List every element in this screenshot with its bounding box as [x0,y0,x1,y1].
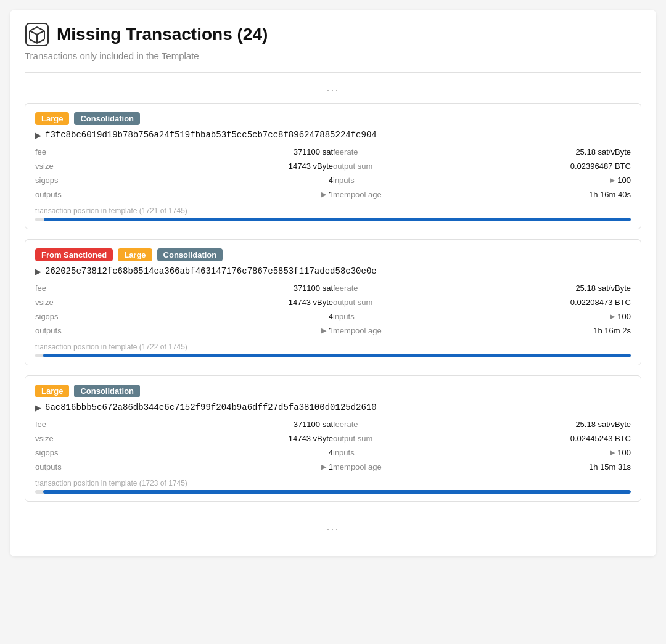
tx-field-label-left-1-2: vsize [35,298,84,307]
badge-consolidation-2: Consolidation [157,248,223,261]
page-title: Missing Transactions (24) [57,25,268,44]
tx-field-value-left-1-1: 14743 vByte [289,161,333,171]
tx-field-value-left-0-3: 371100 sat [294,420,333,429]
expand-icon-3[interactable]: ▶ [35,403,41,412]
tx-field-row-left-0-3: fee371100 sat [35,418,333,430]
tx-field-row-left-3-1: outputs▶1 [35,189,333,200]
tx-field-row-left-1-3: vsize14743 vByte [35,433,333,444]
svg-line-5 [37,39,44,43]
progress-bar-fill-2 [43,354,631,357]
tx-hash-row-2[interactable]: ▶262025e73812fc68b6514ea366abf463147176c… [35,266,631,276]
tx-hash-row-1[interactable]: ▶f3fc8bc6019d19b78b756a24f519fbbab53f5cc… [35,130,631,140]
tx-col-right-2: feerate25.18 sat/vByteoutput sum0.022084… [333,282,631,336]
tx-field-row-right-0-3: feerate25.18 sat/vByte [333,418,631,430]
tx-fields-3: fee371100 satvsize14743 vBytesigops4outp… [35,418,631,473]
page-container: Missing Transactions (24) Transactions o… [10,10,656,556]
tx-field-row-left-0-1: fee371100 sat [35,146,333,158]
tx-hash-3: 6ac816bbb5c672a86db344e6c7152f99f204b9a6… [45,402,377,412]
tx-field-row-right-1-3: output sum0.02445243 BTC [333,433,631,444]
tx-col-right-3: feerate25.18 sat/vByteoutput sum0.024452… [333,418,631,473]
tx-field-row-right-1-1: output sum0.02396487 BTC [333,160,631,172]
tx-field-row-left-3-2: outputs▶1 [35,325,333,336]
badge-row-1: LargeConsolidation [35,112,631,125]
tx-field-label-right-3-2: mempool age [333,326,382,335]
tx-field-value-left-3-2: 1 [329,326,333,335]
tx-col-left-1: fee371100 satvsize14743 vBytesigops4outp… [35,146,333,200]
tx-field-label-right-2-2: inputs [333,312,382,321]
progress-label-2: transaction position in template (1722 o… [35,343,631,351]
progress-row-2: transaction position in template (1722 o… [35,343,631,357]
badge-row-2: From SanctionedLargeConsolidation [35,248,631,261]
tx-col-right-1: feerate25.18 sat/vByteoutput sum0.023964… [333,146,631,200]
tx-field-value-right-1-3: 0.02445243 BTC [570,434,631,443]
tx-field-value-left-0-2: 371100 sat [294,283,333,293]
page-subtitle: Transactions only included in the Templa… [25,51,641,61]
progress-label-3: transaction position in template (1723 o… [35,479,631,487]
tx-field-row-right-3-3: mempool age1h 15m 31s [333,461,631,473]
tx-field-row-right-1-2: output sum0.02208473 BTC [333,296,631,308]
badge-row-3: LargeConsolidation [35,385,631,397]
tx-field-label-left-2-2: sigops [35,312,84,321]
tx-hash-1: f3fc8bc6019d19b78b756a24f519fbbab53f5cc5… [45,130,377,140]
tx-field-label-left-2-3: sigops [35,448,84,457]
badge-large-2: Large [118,248,152,261]
tx-field-row-right-0-1: feerate25.18 sat/vByte [333,146,631,158]
tx-field-label-right-1-3: output sum [333,434,382,443]
tx-fields-1: fee371100 satvsize14743 vBytesigops4outp… [35,146,631,200]
svg-line-4 [30,39,37,43]
tx-field-label-left-3-2: outputs [35,326,84,335]
expand-icon-1[interactable]: ▶ [35,131,41,140]
progress-label-1: transaction position in template (1721 o… [35,206,631,215]
tx-field-value-right-1-2: 0.02208473 BTC [570,298,631,307]
tx-field-label-right-3-3: mempool age [333,462,382,471]
tx-field-value-right-2-3: 100 [617,448,631,457]
tx-field-value-left-0-1: 371100 sat [294,147,333,157]
progress-bar-bg-3 [35,490,631,494]
tx-field-row-left-0-2: fee371100 sat [35,282,333,294]
tx-field-value-right-0-3: 25.18 sat/vByte [575,420,631,429]
tx-field-label-left-2-1: sigops [35,176,84,185]
arrow-icon-left-3-2: ▶ [321,327,326,335]
tx-field-row-right-2-2: inputs▶100 [333,311,631,322]
tx-col-left-3: fee371100 satvsize14743 vBytesigops4outp… [35,418,333,473]
expand-icon-2[interactable]: ▶ [35,267,41,276]
tx-field-label-left-3-1: outputs [35,190,84,199]
tx-field-row-left-1-2: vsize14743 vByte [35,296,333,308]
tx-field-value-right-2-1: 100 [617,176,631,185]
tx-field-label-right-0-3: feerate [333,420,382,429]
bottom-ellipsis: ... [25,512,641,542]
tx-field-row-right-2-3: inputs▶100 [333,447,631,459]
tx-fields-2: fee371100 satvsize14743 vBytesigops4outp… [35,282,631,336]
tx-field-label-left-0-1: fee [35,147,84,157]
package-icon [25,22,49,47]
tx-field-value-arrow-right-2-3: ▶100 [610,448,631,457]
tx-field-value-left-2-1: 4 [329,176,333,185]
tx-field-label-right-3-1: mempool age [333,190,382,199]
progress-bar-bg-2 [35,354,631,357]
tx-field-row-right-3-2: mempool age1h 16m 2s [333,325,631,336]
tx-field-row-right-3-1: mempool age1h 16m 40s [333,189,631,200]
tx-field-value-arrow-right-2-1: ▶100 [610,176,631,185]
transaction-card-3: LargeConsolidation▶6ac816bbb5c672a86db34… [25,375,641,502]
tx-hash-row-3[interactable]: ▶6ac816bbb5c672a86db344e6c7152f99f204b9a… [35,402,631,412]
tx-field-value-left-2-3: 4 [329,448,333,457]
tx-field-label-left-1-1: vsize [35,161,84,171]
tx-field-label-right-2-1: inputs [333,176,382,185]
tx-col-left-2: fee371100 satvsize14743 vBytesigops4outp… [35,282,333,336]
progress-row-3: transaction position in template (1723 o… [35,479,631,494]
tx-field-label-right-1-2: output sum [333,298,382,307]
badge-large-1: Large [35,112,69,125]
tx-field-row-right-0-2: feerate25.18 sat/vByte [333,282,631,294]
arrow-icon-right-2-3: ▶ [610,449,615,457]
tx-field-value-left-2-2: 4 [329,312,333,321]
tx-hash-2: 262025e73812fc68b6514ea366abf463147176c7… [45,266,377,276]
progress-bar-bg-1 [35,218,631,221]
arrow-icon-left-3-1: ▶ [321,190,326,198]
tx-field-value-right-1-1: 0.02396487 BTC [570,161,631,171]
tx-field-row-left-2-3: sigops4 [35,447,333,459]
transactions-container: LargeConsolidation▶f3fc8bc6019d19b78b756… [25,103,641,502]
tx-field-value-arrow-right-2-2: ▶100 [610,312,631,321]
progress-row-1: transaction position in template (1721 o… [35,206,631,221]
tx-field-label-left-0-2: fee [35,283,84,293]
transaction-card-2: From SanctionedLargeConsolidation▶262025… [25,239,641,365]
